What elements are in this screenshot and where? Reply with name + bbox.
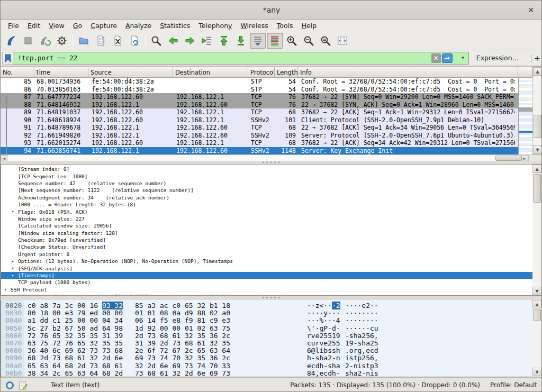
- scroll-thumb[interactable]: [533, 174, 541, 203]
- filter-bookmark-button[interactable]: [2, 52, 13, 65]
- packet-row-93[interactable]: 9371.662015274192.168.122.60192.168.122.…: [1, 139, 518, 147]
- bytes-vscrollbar[interactable]: ▲ ▼: [532, 300, 542, 376]
- hex-row-0020[interactable]: 0020c0 a8 7a 3c 00 16 93 3285 a3 ac c0 6…: [1, 302, 542, 309]
- scroll-down-button[interactable]: ▼: [533, 145, 542, 154]
- detail-line[interactable]: Sequence number: 42 (relative sequence n…: [1, 180, 542, 187]
- detail-line[interactable]: [TCP Segment Len: 1080]: [1, 172, 542, 179]
- find-packet-button[interactable]: [148, 33, 164, 49]
- hex-row-0050[interactable]: 00505c 27 b2 67 50 ad 64 981d 92 00 00 0…: [1, 324, 542, 332]
- collapsed-arrow-icon[interactable]: ▸: [12, 259, 14, 263]
- hscroll-thumb[interactable]: [495, 156, 521, 161]
- zoom-in-button[interactable]: [284, 33, 300, 49]
- zoom-reset-button[interactable]: [318, 33, 333, 49]
- column-header-destination[interactable]: Destination: [173, 67, 248, 78]
- packet-row-88[interactable]: 8871.648146932192.168.122.1192.168.122.6…: [1, 101, 518, 109]
- menu-view[interactable]: View: [44, 21, 69, 31]
- go-to-bottom-button[interactable]: [233, 33, 249, 49]
- profile-status[interactable]: Profile: Default: [490, 381, 537, 389]
- column-header-source[interactable]: Source: [88, 67, 173, 78]
- pane-splitter-bottom[interactable]: •••••: [1, 296, 542, 300]
- capture-comment-icon[interactable]: [19, 381, 28, 390]
- packet-row-89[interactable]: 8971.648191037192.168.122.60192.168.122.…: [1, 108, 518, 116]
- scroll-thumb[interactable]: [533, 309, 541, 321]
- filter-history-caret[interactable]: ▾: [462, 55, 464, 60]
- menu-statistics[interactable]: Statistics: [156, 21, 194, 31]
- detail-line[interactable]: ▸[Timestamps]: [1, 272, 542, 279]
- packet-row-86[interactable]: 8670.013850163fe:54:00:d4:38:2aSTP54Conf…: [1, 86, 518, 94]
- scroll-up-button[interactable]: ▲: [532, 165, 541, 173]
- column-header-time[interactable]: Time: [33, 67, 88, 78]
- go-to-packet-button[interactable]: [199, 33, 215, 49]
- save-file-button[interactable]: 010101100011: [93, 33, 109, 49]
- detail-line[interactable]: ▸Flags: 0x018 (PSH, ACK): [1, 208, 542, 215]
- hex-row-0040[interactable]: 0040a1 dd c1 25 00 00 04 3406 14 f5 e8 f…: [1, 316, 542, 324]
- menu-edit[interactable]: Edit: [23, 21, 44, 31]
- scroll-up-button[interactable]: ▲: [532, 300, 541, 308]
- hex-row-00a0[interactable]: 00a065 63 64 68 2d 73 68 6132 2d 6e 69 7…: [1, 362, 542, 369]
- expanded-arrow-icon[interactable]: ▾: [4, 287, 7, 292]
- column-header-info[interactable]: Info: [298, 67, 518, 78]
- detail-line[interactable]: ▸[SEQ/ACK analysis]: [1, 265, 542, 271]
- detail-line[interactable]: 1000 .... = Header Length: 32 bytes (8): [1, 201, 542, 208]
- menu-help[interactable]: Help: [297, 21, 321, 31]
- hex-row-00b0[interactable]: 00b038 34 2c 65 63 64 68 2d73 68 61 32 2…: [1, 369, 542, 377]
- resize-columns-button[interactable]: [335, 33, 350, 49]
- menu-capture[interactable]: Capture: [86, 21, 121, 31]
- reload-file-button[interactable]: [127, 33, 142, 49]
- column-header-no[interactable]: No.: [1, 67, 33, 78]
- intelligent-scrollbar-minimap[interactable]: [518, 78, 532, 154]
- expert-info-icon[interactable]: [6, 381, 14, 389]
- detail-line[interactable]: ▸Options: (12 bytes), No-Operation (NOP)…: [1, 258, 542, 265]
- packet-row-91[interactable]: 9171.648789678192.168.122.1192.168.122.6…: [1, 124, 518, 132]
- hex-row-0030[interactable]: 003080 18 00 e3 79 ed 00 0001 01 08 0a d…: [1, 309, 542, 316]
- menu-file[interactable]: File: [4, 21, 23, 31]
- packet-row-92[interactable]: 9271.661949820192.168.122.1192.168.122.6…: [1, 132, 518, 140]
- detail-line[interactable]: [Calculated window size: 29056]: [1, 222, 542, 229]
- menu-tools[interactable]: Tools: [273, 21, 297, 31]
- stop-capture-button[interactable]: [20, 33, 36, 49]
- detail-line[interactable]: Window size value: 227: [1, 215, 542, 222]
- hex-row-0090[interactable]: 009068 2d 73 68 61 32 2d 6e69 73 74 70 3…: [1, 354, 542, 361]
- column-header-length[interactable]: Length: [275, 67, 298, 78]
- close-window-button[interactable]: ✕: [526, 5, 536, 15]
- scroll-down-button[interactable]: ▼: [532, 287, 541, 295]
- go-forward-button[interactable]: [182, 33, 198, 49]
- colorize-toggle[interactable]: [267, 33, 283, 49]
- go-back-button[interactable]: [165, 33, 181, 49]
- hex-row-0080[interactable]: 008036 40 6c 69 62 73 73 682e 6f 72 67 2…: [1, 347, 542, 354]
- menu-telephony[interactable]: Telephony: [194, 21, 236, 31]
- packet-row-90[interactable]: 9071.648618924192.168.122.60192.168.122.…: [1, 116, 518, 124]
- column-header-protocol[interactable]: Protocol: [248, 67, 275, 78]
- filter-apply-button[interactable]: [442, 53, 453, 63]
- packet-list-vscrollbar[interactable]: ▲ ▼: [532, 67, 542, 154]
- scroll-thumb[interactable]: [534, 115, 541, 138]
- packet-row-85[interactable]: 8568.001734936fe:54:00:d4:38:2aSTP54Conf…: [1, 78, 518, 86]
- menu-go[interactable]: Go: [69, 21, 86, 31]
- detail-line[interactable]: [Window size scaling factor: 128]: [1, 230, 542, 236]
- collapsed-arrow-icon[interactable]: ▸: [12, 273, 14, 278]
- detail-line[interactable]: [Stream index: 0]: [1, 166, 542, 172]
- auto-scroll-toggle[interactable]: [250, 33, 266, 49]
- detail-line[interactable]: ▾SSH Protocol: [1, 286, 542, 293]
- open-file-button[interactable]: [76, 33, 92, 49]
- collapsed-arrow-icon[interactable]: ▸: [12, 266, 14, 270]
- detail-line[interactable]: Checksum: 0x79ed [unverified]: [1, 236, 542, 243]
- restart-capture-button[interactable]: [37, 33, 53, 49]
- scroll-down-button[interactable]: ▼: [532, 368, 541, 376]
- zoom-out-button[interactable]: [301, 33, 317, 49]
- hex-row-0060[interactable]: 006072 76 65 32 35 35 31 392d 73 68 61 3…: [1, 332, 542, 339]
- detail-line[interactable]: Urgent pointer: 0: [1, 251, 542, 258]
- details-vscrollbar[interactable]: ▲ ▼: [532, 165, 542, 295]
- detail-line[interactable]: Acknowledgment number: 34 (relative ack …: [1, 194, 542, 201]
- close-file-button[interactable]: [110, 33, 125, 49]
- menu-analyze[interactable]: Analyze: [121, 21, 156, 31]
- menu-wireless[interactable]: Wireless: [237, 21, 273, 31]
- go-to-top-button[interactable]: [216, 33, 232, 49]
- scroll-up-button[interactable]: ▲: [533, 67, 542, 76]
- detail-line[interactable]: TCP payload (1080 bytes): [1, 279, 542, 286]
- expression-button[interactable]: Expression...: [476, 54, 519, 62]
- packet-row-94[interactable]: 9471.663856741192.168.122.1192.168.122.6…: [1, 147, 518, 155]
- detail-line[interactable]: [Checksum Status: Unverified]: [1, 243, 542, 250]
- hex-row-0070[interactable]: 007063 75 72 76 65 32 35 3531 39 2d 73 6…: [1, 339, 542, 347]
- filter-clear-button[interactable]: ✕: [431, 53, 441, 63]
